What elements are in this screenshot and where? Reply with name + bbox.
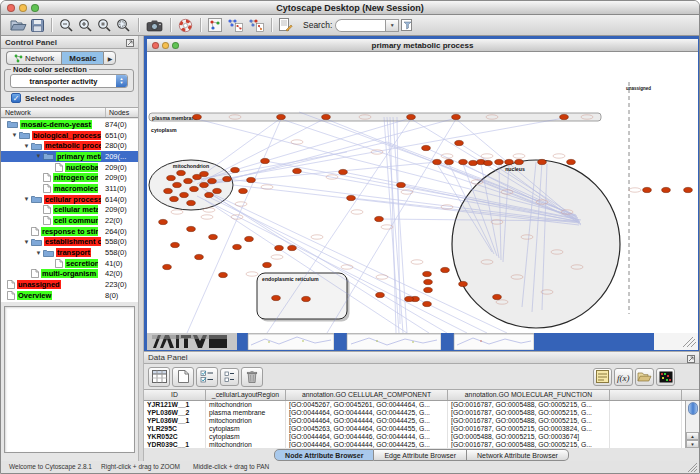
edge[interactable] — [327, 119, 456, 333]
node[interactable] — [213, 188, 222, 193]
tree-row[interactable]: nitrogen compo209(0) — [1, 172, 138, 183]
node[interactable] — [469, 160, 478, 165]
disclosure-triangle-icon[interactable]: ▼ — [22, 143, 31, 149]
tree-row[interactable]: macromolecule311(0) — [1, 183, 138, 194]
network-window-titlebar[interactable]: primary metabolic process — [147, 39, 698, 52]
node[interactable] — [302, 296, 311, 301]
table-row[interactable]: YPL036W__2plasma membrane[GO:0044464, GO… — [144, 409, 699, 417]
tree-row[interactable]: nucleobase-209(0) — [1, 162, 138, 173]
table-scrollbar[interactable]: ▲ ▼ — [685, 401, 699, 448]
node[interactable] — [662, 187, 671, 192]
node[interactable] — [277, 114, 286, 119]
node[interactable] — [180, 192, 189, 197]
scroll-up-icon[interactable]: ▲ — [686, 432, 699, 440]
node[interactable] — [397, 182, 406, 187]
table-row[interactable]: YDR039C__1mitochondrion[GO:0044464, GO:0… — [144, 441, 699, 448]
tree-row[interactable]: ▼biological_process651(0) — [1, 130, 138, 141]
node[interactable] — [272, 295, 281, 300]
camera-snapshot-icon[interactable] — [146, 17, 163, 34]
tab-overflow-arrow-icon[interactable]: ▶ — [103, 51, 116, 65]
node[interactable] — [187, 200, 196, 205]
node[interactable] — [173, 182, 182, 187]
tree-row[interactable]: ▼cellular process614(0) — [1, 194, 138, 205]
disclosure-triangle-icon[interactable]: ▼ — [22, 196, 31, 202]
node[interactable] — [495, 159, 504, 164]
node[interactable] — [567, 159, 576, 164]
edge[interactable] — [203, 162, 437, 184]
node[interactable] — [288, 245, 297, 250]
node[interactable] — [424, 287, 433, 292]
disclosure-triangle-icon[interactable]: ▼ — [34, 153, 43, 159]
node[interactable] — [171, 242, 180, 247]
zoom-selected-icon[interactable] — [97, 17, 112, 34]
network-canvas[interactable]: plasma membranecytoplasmmitochondrionnuc… — [147, 52, 698, 333]
table-row[interactable]: YJR121W__1mitochondrion[GO:0045267, GO:0… — [144, 401, 699, 409]
search-options-icon[interactable] — [401, 17, 414, 34]
tree-row[interactable]: unassigned223(0) — [1, 279, 138, 290]
attribute-table[interactable]: ID_cellularLayoutRegionannotation.GO CEL… — [144, 389, 699, 448]
tree-row[interactable]: response to stimul264(0) — [1, 226, 138, 237]
help-lifesaver-icon[interactable] — [178, 17, 193, 34]
table-row[interactable]: YLR295Ccytoplasm[GO:0045263, GO:0044464,… — [144, 425, 699, 433]
node[interactable] — [339, 169, 348, 174]
tree-row[interactable]: cellular metabo209(0) — [1, 205, 138, 216]
node[interactable] — [208, 178, 217, 183]
search-input[interactable] — [335, 19, 385, 32]
column-header[interactable]: annotation.GO CELLULAR_COMPONENT — [286, 390, 448, 400]
node[interactable] — [459, 281, 468, 286]
zoom-fit-icon[interactable] — [116, 17, 131, 34]
float-panel-icon[interactable] — [687, 355, 695, 363]
node[interactable] — [170, 196, 179, 201]
import-attributes-icon[interactable] — [635, 368, 654, 386]
node[interactable] — [209, 234, 218, 239]
node[interactable] — [205, 192, 214, 197]
node[interactable] — [184, 178, 193, 183]
tab-network-attribute-browser[interactable]: Network Attribute Browser — [467, 449, 569, 461]
close-icon[interactable] — [7, 4, 15, 12]
notes-icon[interactable] — [593, 368, 612, 386]
node[interactable] — [375, 216, 384, 221]
column-header[interactable]: _cellularLayoutRegion — [206, 390, 286, 400]
select-nodes-checkbox[interactable]: ✓ — [11, 93, 21, 103]
node[interactable] — [163, 264, 172, 269]
node[interactable] — [261, 158, 270, 163]
float-panel-icon[interactable] — [126, 39, 134, 47]
tree-row[interactable]: cell communicat22(0) — [1, 215, 138, 226]
minimize-icon[interactable] — [162, 42, 169, 49]
disclosure-triangle-icon[interactable]: ▼ — [34, 250, 43, 256]
node[interactable] — [164, 188, 173, 193]
node[interactable] — [223, 176, 232, 181]
search-dropdown-icon[interactable]: ▼ — [385, 19, 399, 32]
unselect-attributes-icon[interactable] — [220, 368, 239, 386]
node[interactable] — [407, 114, 416, 119]
tree-row[interactable]: Overview8(0) — [1, 290, 138, 301]
open-folder-icon[interactable] — [10, 17, 27, 34]
modify-networks-icon[interactable] — [247, 17, 264, 34]
node[interactable] — [347, 195, 356, 200]
node[interactable] — [643, 187, 652, 192]
scrollbar-thumb[interactable] — [688, 402, 698, 415]
table-row[interactable]: YKR052Ccytoplasm[GO:0044464, GO:0044446,… — [144, 433, 699, 441]
tree-row[interactable]: secretion41(0) — [1, 258, 138, 269]
minimize-icon[interactable] — [19, 4, 27, 12]
new-attribute-icon[interactable] — [172, 367, 194, 387]
node[interactable] — [200, 182, 209, 187]
table-row[interactable]: YPL036W__1mitochondrion[GO:0044464, GO:0… — [144, 417, 699, 425]
node[interactable] — [190, 186, 199, 191]
tab-mosaic[interactable]: Mosaic — [61, 51, 103, 65]
node[interactable] — [293, 168, 302, 173]
node[interactable] — [322, 114, 331, 119]
node[interactable] — [433, 159, 442, 164]
node[interactable] — [200, 171, 209, 176]
node[interactable] — [445, 159, 454, 164]
attribute-table-icon[interactable] — [148, 367, 170, 387]
node[interactable] — [177, 170, 186, 175]
node[interactable] — [219, 272, 228, 277]
delete-attribute-icon[interactable] — [241, 367, 263, 387]
combobox-stepper-icon[interactable]: ▲▼ — [116, 75, 127, 87]
node[interactable] — [247, 177, 256, 182]
disclosure-triangle-icon[interactable]: ▼ — [22, 239, 31, 245]
tree-row[interactable]: ▼primary metabo209(... — [1, 151, 138, 162]
node[interactable] — [423, 271, 432, 276]
node[interactable] — [167, 175, 176, 180]
